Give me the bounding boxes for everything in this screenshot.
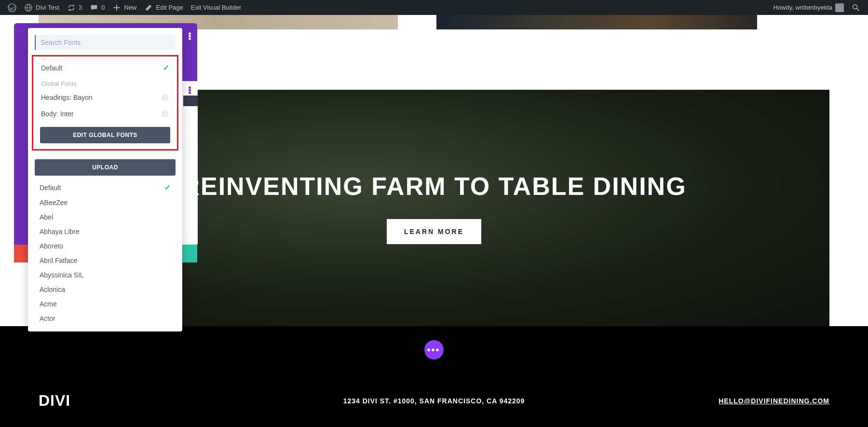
comments-link[interactable]: 0	[86, 0, 108, 15]
new-content-link[interactable]: New	[108, 0, 140, 15]
font-label: Body: Inter	[41, 110, 74, 118]
global-fonts-highlight: Default ✓ Global Fonts Headings: Bayon B…	[32, 55, 178, 151]
font-option-recent-default[interactable]: Default ✓	[28, 179, 182, 195]
updates-icon	[67, 3, 76, 12]
global-fonts-section-label: Global Fonts	[33, 76, 177, 89]
avatar	[835, 3, 844, 12]
font-label: Aboreto	[40, 242, 63, 250]
font-list: Default ✓ ABeeZee Abel Abhaya Libre Abor…	[28, 179, 182, 331]
dots-icon: •••	[185, 86, 194, 94]
hero-title: REINVENTING FARM TO TABLE DINING	[181, 172, 686, 201]
panel-footer-save[interactable]	[182, 245, 197, 262]
edit-page-link[interactable]: Edit Page	[140, 0, 187, 15]
font-label: Abhaya Libre	[40, 228, 80, 235]
font-label: ABeeZee	[40, 199, 68, 207]
wp-admin-bar: Divi Test 3 0 New Edit Page Exit Visual …	[0, 0, 868, 15]
svg-point-4	[853, 4, 857, 9]
pencil-icon	[144, 3, 153, 12]
search-toggle[interactable]	[848, 0, 864, 15]
howdy-text: Howdy, writtenbyekta	[773, 4, 832, 11]
font-option[interactable]: Abril Fatface	[28, 253, 182, 268]
font-label: Abel	[40, 213, 53, 221]
learn-more-button[interactable]: LEARN MORE	[387, 219, 481, 244]
globe-icon	[161, 110, 169, 118]
font-option[interactable]: Actor	[28, 311, 182, 326]
font-search-input[interactable]	[35, 35, 176, 50]
edit-global-fonts-button[interactable]: EDIT GLOBAL FONTS	[40, 127, 170, 143]
panel-options-menu-1[interactable]: •••	[184, 32, 194, 40]
home-icon	[24, 3, 33, 12]
howdy-link[interactable]: Howdy, writtenbyekta	[769, 0, 848, 15]
exit-vb-label: Exit Visual Builder	[191, 4, 242, 11]
font-option[interactable]: Aboreto	[28, 239, 182, 253]
dots-icon: •••	[427, 344, 440, 356]
edit-page-label: Edit Page	[156, 4, 183, 11]
updates-link[interactable]: 3	[63, 0, 86, 15]
upload-font-button[interactable]: UPLOAD	[35, 159, 176, 176]
svg-line-5	[857, 8, 859, 11]
wordpress-icon	[8, 3, 16, 12]
globe-icon	[161, 93, 169, 102]
exit-vb-link[interactable]: Exit Visual Builder	[187, 0, 245, 15]
site-name: Divi Test	[36, 4, 59, 11]
font-label: Actor	[40, 315, 55, 322]
font-option-body[interactable]: Body: Inter	[33, 106, 177, 122]
footer-email[interactable]: HELLO@DIVIFINEDINING.COM	[719, 397, 829, 405]
comments-icon	[90, 3, 98, 12]
font-label: Aclonica	[40, 286, 65, 293]
top-image-right	[436, 15, 757, 29]
comments-count: 0	[101, 4, 105, 11]
search-icon	[852, 3, 860, 12]
updates-count: 3	[79, 4, 82, 11]
site-name-link[interactable]: Divi Test	[20, 0, 63, 15]
check-icon: ✓	[164, 183, 171, 192]
font-label: Acme	[40, 300, 57, 308]
divi-builder-fab[interactable]: •••	[424, 340, 444, 359]
dots-icon: •••	[185, 32, 194, 40]
font-label: Headings: Bayon	[41, 94, 93, 101]
font-option[interactable]: Abel	[28, 210, 182, 224]
font-label: Default	[40, 184, 61, 192]
font-label: Abril Fatface	[40, 257, 78, 264]
font-label: Default	[41, 64, 62, 72]
font-label: Abyssinica SIL	[40, 271, 84, 279]
check-icon: ✓	[163, 63, 169, 72]
plus-icon	[112, 3, 121, 12]
font-option[interactable]: Aclonica	[28, 282, 182, 297]
font-option-default[interactable]: Default ✓	[33, 59, 177, 76]
new-label: New	[124, 4, 136, 11]
panel-options-menu-2[interactable]: •••	[184, 86, 194, 94]
font-option[interactable]: ABeeZee	[28, 195, 182, 210]
font-option[interactable]: Abyssinica SIL	[28, 268, 182, 282]
font-picker-dropdown: Default ✓ Global Fonts Headings: Bayon B…	[28, 28, 182, 331]
font-option[interactable]: Acme	[28, 297, 182, 311]
font-option-headings[interactable]: Headings: Bayon	[33, 89, 177, 106]
footer-logo: DIVI	[39, 392, 70, 410]
footer-address: 1234 DIVI ST. #1000, SAN FRANCISCO, CA 9…	[343, 397, 525, 405]
font-option[interactable]: Abhaya Libre	[28, 224, 182, 239]
panel-dark-tab	[183, 96, 198, 106]
wp-logo[interactable]	[4, 0, 20, 15]
